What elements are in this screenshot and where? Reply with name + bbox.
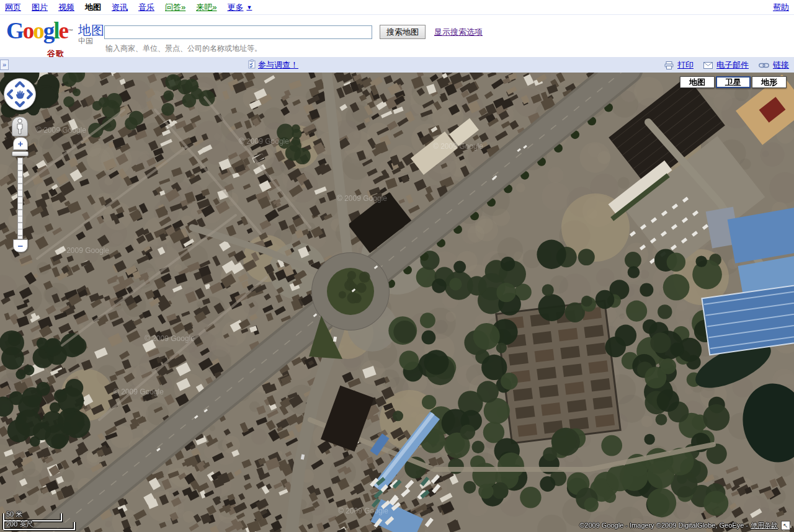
map-copyright: ©2009 Google - Imagery ©2009 DigitalGlob…: [579, 521, 778, 530]
zoom-slider-handle[interactable]: [12, 151, 29, 156]
email-link[interactable]: 电子邮件: [716, 60, 749, 71]
print-link[interactable]: 打印: [677, 60, 694, 71]
top-nav: 网页 图片 视频 地图 资讯 音乐 问答» 来吧» 更多 ▼ 帮助: [0, 0, 794, 15]
google-maps-logo[interactable]: Google™ 谷歌 地图 中国: [6, 19, 104, 45]
pan-left-arrow-icon[interactable]: [8, 91, 12, 98]
maptype-satellite-button[interactable]: 卫星: [716, 76, 751, 88]
link-chain-icon: [759, 63, 769, 68]
nav-item-maps-current: 地图: [85, 2, 101, 13]
nav-item-images[interactable]: 图片: [32, 2, 48, 13]
search-input[interactable]: [104, 25, 372, 39]
nav-item-web[interactable]: 网页: [5, 2, 21, 13]
nav-item-news[interactable]: 资讯: [112, 2, 128, 13]
nav-item-video[interactable]: 视频: [58, 2, 74, 13]
search-maps-button[interactable]: 搜索地图: [380, 25, 426, 39]
nav-item-qa[interactable]: 问答»: [165, 2, 185, 13]
product-name: 地图: [78, 24, 104, 37]
print-icon: [664, 61, 674, 69]
zoom-slider-track[interactable]: [17, 157, 23, 239]
pan-control[interactable]: [4, 78, 36, 110]
corner-arrow-button[interactable]: ↖: [781, 521, 790, 530]
product-country: 中国: [78, 37, 104, 45]
email-icon: [703, 62, 713, 69]
show-search-options-link[interactable]: 显示搜索选项: [434, 27, 483, 38]
zoom-out-button[interactable]: −: [13, 239, 28, 252]
zoom-in-button[interactable]: +: [13, 137, 28, 150]
pan-up-arrow-icon[interactable]: [16, 82, 24, 86]
survey-clipboard-icon: [248, 60, 256, 71]
more-dropdown-icon[interactable]: ▼: [246, 4, 252, 11]
nav-item-laiba[interactable]: 来吧»: [196, 2, 216, 13]
map-toolbar: » 参与调查！ 打印 电子邮件 链接: [0, 57, 794, 73]
pegman-icon: [16, 118, 24, 135]
street-view-pegman[interactable]: [12, 117, 28, 136]
pan-hand-icon: [16, 91, 25, 99]
trademark: ™: [68, 28, 73, 34]
terms-of-use-link[interactable]: 使用条款: [751, 521, 778, 529]
link-link[interactable]: 链接: [773, 60, 789, 71]
map-type-switcher: 地图 卫星 地形: [680, 76, 787, 88]
pan-right-arrow-icon[interactable]: [28, 91, 32, 98]
search-hint: 输入商家、单位、景点、公司的名称或地址等。: [105, 43, 262, 54]
header: Google™ 谷歌 地图 中国 搜索地图 显示搜索选项 输入商家、单位、景点、…: [0, 15, 794, 57]
nav-item-more[interactable]: 更多: [227, 2, 243, 13]
pan-down-arrow-icon[interactable]: [16, 102, 24, 106]
nav-item-help[interactable]: 帮助: [773, 2, 789, 13]
nav-item-music[interactable]: 音乐: [138, 2, 154, 13]
expand-sidebar-button[interactable]: »: [0, 60, 9, 70]
maptype-terrain-button[interactable]: 地形: [752, 76, 787, 88]
google-logo: Google™ 谷歌: [6, 19, 73, 43]
satellite-imagery[interactable]: [0, 73, 794, 532]
survey-link[interactable]: 参与调查！: [258, 60, 298, 71]
map-viewport[interactable]: © 2009 Google © 2009 Google © 2009 Googl…: [0, 73, 794, 532]
maptype-map-button[interactable]: 地图: [680, 76, 715, 88]
